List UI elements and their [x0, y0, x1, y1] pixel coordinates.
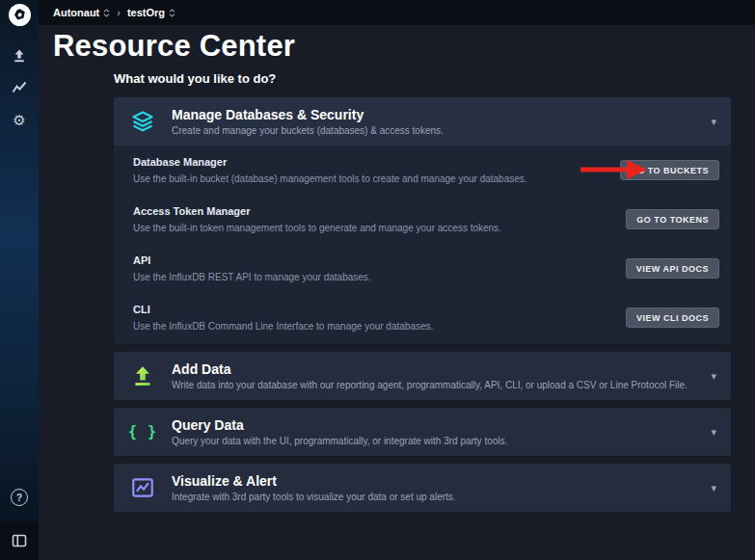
breadcrumb-org-label: Autonaut — [53, 7, 99, 18]
panel-header-text: Add Data Write data into your database w… — [172, 361, 696, 391]
panel-title: Query Data — [172, 417, 696, 434]
panel-visualize-alert-header[interactable]: Visualize & Alert Integrate with 3rd par… — [114, 464, 731, 512]
upload-arrow-icon — [114, 363, 172, 388]
panel-manage-databases-body: Database Manager Use the built-in bucket… — [114, 146, 731, 344]
chevron-down-icon[interactable]: ▾ — [696, 482, 731, 494]
layers-icon — [114, 109, 172, 134]
panel-query-data-header[interactable]: { } Query Data Query your data with the … — [114, 408, 731, 456]
row-title: Access Token Manager — [133, 204, 612, 218]
chevron-down-icon[interactable]: ▾ — [696, 116, 731, 128]
panel-manage-databases-header[interactable]: Manage Databases & Security Create and m… — [114, 97, 731, 146]
panel-header-text: Visualize & Alert Integrate with 3rd par… — [172, 473, 696, 503]
panel-description: Query your data with the UI, programmati… — [172, 436, 696, 447]
view-cli-docs-button[interactable]: VIEW CLI DOCS — [626, 307, 719, 328]
row-database-manager: Database Manager Use the built-in bucket… — [114, 146, 731, 195]
chart-icon — [114, 475, 172, 500]
sort-caret-icon — [169, 9, 175, 17]
data-explorer-icon[interactable] — [9, 77, 30, 98]
sidebar-bottom-block[interactable] — [0, 521, 39, 560]
breadcrumb-bar: Autonaut › testOrg — [39, 0, 755, 25]
row-api: API Use the InfluxDB REST API to manage … — [114, 244, 731, 293]
chevron-down-icon[interactable]: ▾ — [696, 426, 731, 439]
panel-title: Manage Databases & Security — [172, 107, 696, 123]
sort-caret-icon — [103, 9, 110, 17]
collapse-nav-icon — [12, 534, 27, 547]
influxdb-logo-icon[interactable] — [9, 4, 31, 26]
row-cli: CLI Use the InfluxDB Command Line Interf… — [114, 293, 731, 342]
row-access-token-manager: Access Token Manager Use the built-in to… — [114, 195, 731, 244]
panel-description: Write data into your database with our r… — [172, 380, 696, 391]
breadcrumb-project-label: testOrg — [127, 7, 165, 18]
settings-gear-icon[interactable]: ⚙ — [9, 109, 30, 130]
page-subtitle: What would you like to do? — [114, 71, 731, 86]
breadcrumb-separator: › — [117, 7, 121, 18]
go-to-buckets-button[interactable]: GO TO BUCKETS — [620, 160, 719, 180]
main-content: Resource Center What would you like to d… — [39, 29, 755, 512]
row-title: CLI — [133, 303, 612, 316]
help-icon[interactable]: ? — [11, 489, 28, 506]
page-title: Resource Center — [53, 29, 755, 64]
panel-header-text: Query Data Query your data with the UI, … — [172, 417, 696, 447]
row-title: API — [133, 253, 612, 267]
row-description: Use the built-in bucket (database) manag… — [133, 173, 607, 185]
panel-header-text: Manage Databases & Security Create and m… — [172, 107, 696, 137]
panel-description: Create and manage your buckets (database… — [172, 125, 696, 137]
influxdb-logo-glyph — [13, 8, 27, 22]
panel-add-data-header[interactable]: Add Data Write data into your database w… — [114, 352, 731, 400]
panel-title: Visualize & Alert — [172, 473, 696, 490]
go-to-tokens-button[interactable]: GO TO TOKENS — [626, 209, 719, 229]
view-api-docs-button[interactable]: VIEW API DOCS — [626, 258, 719, 279]
panel-description: Integrate with 3rd party tools to visual… — [172, 492, 696, 503]
resource-center-content: What would you like to do? Manage Databa… — [114, 71, 731, 512]
breadcrumb-project[interactable]: testOrg — [127, 7, 175, 18]
panel-query-data: { } Query Data Query your data with the … — [114, 408, 731, 456]
braces-icon: { } — [128, 423, 157, 440]
row-description: Use the built-in token management tools … — [133, 222, 612, 234]
row-description: Use the InfluxDB Command Line Interface … — [133, 320, 612, 333]
breadcrumb-org[interactable]: Autonaut — [53, 7, 110, 18]
sidebar: ⚙ ? — [0, 0, 39, 560]
panel-add-data: Add Data Write data into your database w… — [114, 352, 731, 400]
panel-title: Add Data — [172, 361, 696, 378]
row-description: Use the InfluxDB REST API to manage your… — [133, 271, 612, 283]
chevron-down-icon[interactable]: ▾ — [696, 370, 731, 383]
panel-visualize-alert: Visualize & Alert Integrate with 3rd par… — [114, 464, 731, 512]
row-title: Database Manager — [133, 155, 607, 169]
sidebar-nav: ⚙ — [9, 45, 30, 130]
load-data-icon[interactable] — [9, 45, 30, 67]
panel-manage-databases: Manage Databases & Security Create and m… — [114, 97, 731, 344]
